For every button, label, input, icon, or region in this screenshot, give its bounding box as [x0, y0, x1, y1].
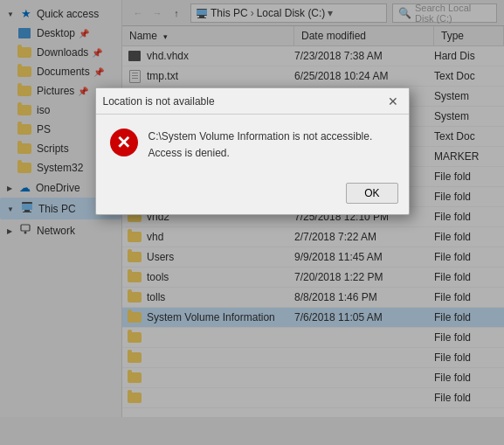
- dialog-body: ✕ C:\System Volume Information is not ac…: [96, 115, 409, 176]
- dialog-ok-button[interactable]: OK: [346, 183, 397, 204]
- dialog-path: C:\System Volume Information is not acce…: [148, 129, 373, 145]
- dialog-title: Location is not available: [103, 95, 215, 108]
- dialog-title-bar: Location is not available ✕: [96, 88, 409, 115]
- dialog-footer: OK: [96, 176, 409, 214]
- modal-overlay: Location is not available ✕ ✕ C:\System …: [0, 0, 504, 445]
- error-icon: ✕: [110, 129, 138, 156]
- dialog-close-button[interactable]: ✕: [384, 93, 402, 110]
- dialog-message: C:\System Volume Information is not acce…: [148, 129, 373, 162]
- dialog-sub-message: Access is denied.: [148, 145, 373, 162]
- error-dialog: Location is not available ✕ ✕ C:\System …: [95, 87, 410, 215]
